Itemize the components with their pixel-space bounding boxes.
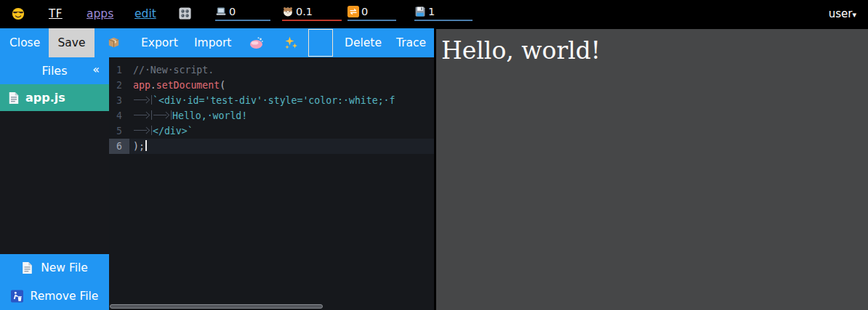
code-line[interactable]: 3`<div·id='test-div'·style='color:·white… bbox=[109, 93, 434, 108]
user-menu[interactable]: user▾ bbox=[829, 7, 856, 20]
line-number: 2 bbox=[109, 78, 129, 93]
stat-repeat[interactable]: 0 bbox=[347, 5, 396, 21]
save-button[interactable]: Save bbox=[49, 28, 95, 57]
preview-panel: Hello, world! bbox=[436, 29, 868, 310]
code-editor[interactable]: 1//·New·script.2app.setDocument(3`<div·i… bbox=[109, 57, 434, 310]
code-token: ); bbox=[133, 141, 145, 152]
code-content: //·New·script. bbox=[129, 62, 434, 78]
code-line[interactable]: 1//·New·script. bbox=[109, 62, 434, 78]
hamster-icon bbox=[282, 6, 294, 17]
editor-toolbar: Close Save Export Import Delete Trace bbox=[0, 28, 434, 57]
horizontal-scrollbar[interactable] bbox=[110, 304, 323, 309]
stat-hamster-value: 0.1 bbox=[296, 6, 313, 17]
tab-whitespace-icon bbox=[133, 95, 152, 105]
edit-link[interactable]: edit bbox=[134, 7, 156, 20]
control-knobs-icon[interactable] bbox=[178, 7, 192, 20]
tab-whitespace-icon bbox=[153, 110, 172, 120]
close-button[interactable]: Close bbox=[9, 36, 40, 49]
new-file-button[interactable]: New File bbox=[0, 254, 109, 282]
code-token: . bbox=[150, 80, 156, 91]
package-icon[interactable] bbox=[107, 36, 121, 49]
line-number: 1 bbox=[109, 62, 129, 78]
soap-icon[interactable] bbox=[249, 36, 264, 49]
code-line[interactable]: 4Hello,·world! bbox=[109, 108, 434, 123]
code-content: ); bbox=[129, 139, 434, 154]
sparkles-icon[interactable] bbox=[284, 36, 298, 50]
code-token: setDocument bbox=[156, 80, 220, 91]
file-item-appjs[interactable]: app.js bbox=[0, 84, 109, 111]
remove-file-button[interactable]: Remove File bbox=[0, 282, 109, 310]
smiling-face-sunglasses-icon[interactable] bbox=[12, 7, 25, 20]
code-content: </div>` bbox=[129, 123, 434, 139]
code-content: app.setDocument( bbox=[129, 78, 434, 93]
code-token: //·New·script. bbox=[133, 65, 214, 76]
line-number: 3 bbox=[109, 93, 129, 108]
litter-bin-icon bbox=[11, 290, 23, 303]
brand-link[interactable]: TF bbox=[49, 7, 63, 20]
document-icon bbox=[8, 91, 20, 105]
tab-whitespace-icon bbox=[133, 110, 152, 120]
line-number: 4 bbox=[109, 108, 129, 123]
trace-button[interactable]: Trace bbox=[396, 36, 426, 49]
code-token: app bbox=[133, 80, 150, 91]
code-content: Hello,·world! bbox=[129, 108, 434, 123]
apps-link[interactable]: apps bbox=[87, 7, 113, 20]
code-lines: 1//·New·script.2app.setDocument(3`<div·i… bbox=[109, 62, 434, 154]
sidebar-empty-area bbox=[0, 111, 109, 254]
code-line[interactable]: 6); bbox=[109, 139, 434, 154]
code-token: Hello,·world! bbox=[172, 110, 247, 121]
new-file-icon bbox=[21, 261, 33, 274]
code-token: ( bbox=[220, 80, 225, 91]
laptop-icon bbox=[215, 6, 227, 17]
code-line[interactable]: 2app.setDocument( bbox=[109, 78, 434, 93]
empty-toolbar-button[interactable] bbox=[308, 29, 333, 57]
delete-button[interactable]: Delete bbox=[345, 36, 382, 49]
text-cursor bbox=[145, 140, 147, 151]
user-menu-label: user bbox=[829, 7, 853, 20]
repeat-icon bbox=[347, 6, 359, 17]
files-header: Files « bbox=[0, 57, 109, 84]
chevron-down-icon: ▾ bbox=[852, 10, 856, 20]
code-token: </div>` bbox=[153, 126, 193, 136]
stat-repeat-value: 0 bbox=[361, 6, 368, 17]
code-content: `<div·id='test-div'·style='color:·white;… bbox=[129, 93, 434, 108]
stat-laptop-value: 0 bbox=[229, 6, 236, 17]
files-header-title: Files bbox=[41, 64, 67, 78]
stat-laptop[interactable]: 0 bbox=[215, 5, 270, 21]
line-number: 6 bbox=[109, 139, 129, 154]
floppy-disk-icon bbox=[414, 6, 426, 17]
file-sidebar: Files « app.js New File Remove File bbox=[0, 57, 109, 310]
app-window: TF apps edit 0 0.1 0 bbox=[0, 0, 868, 310]
export-button[interactable]: Export bbox=[141, 36, 178, 49]
top-bar: TF apps edit 0 0.1 0 bbox=[0, 0, 868, 28]
collapse-sidebar-icon[interactable]: « bbox=[92, 62, 100, 76]
remove-file-label: Remove File bbox=[31, 290, 99, 303]
stat-floppy-value: 1 bbox=[428, 6, 435, 17]
code-line[interactable]: 5</div>` bbox=[109, 123, 434, 139]
code-token: `<div·id='test-div'·style='color:·white;… bbox=[153, 95, 395, 106]
import-button[interactable]: Import bbox=[194, 36, 231, 49]
stat-floppy[interactable]: 1 bbox=[414, 5, 473, 21]
line-number: 5 bbox=[109, 123, 129, 139]
tab-whitespace-icon bbox=[133, 126, 152, 135]
file-name: app.js bbox=[25, 91, 65, 105]
preview-hello-text: Hello, world! bbox=[436, 29, 868, 64]
stat-hamster[interactable]: 0.1 bbox=[282, 5, 342, 21]
new-file-label: New File bbox=[41, 261, 88, 274]
